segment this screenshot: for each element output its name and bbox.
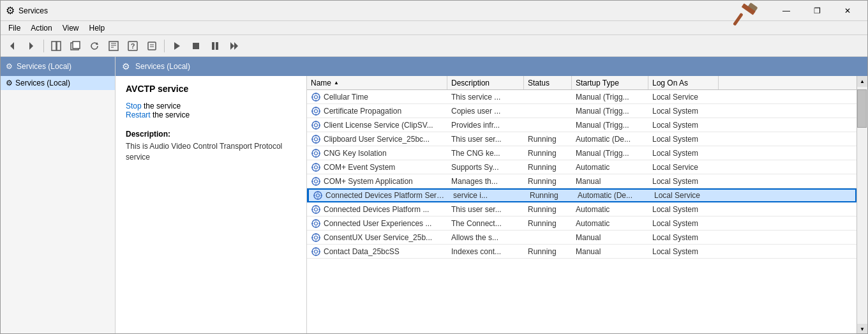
col-header-logon[interactable]: Log On As xyxy=(648,76,719,89)
service-icon xyxy=(311,134,321,144)
cell-logon: Local System xyxy=(648,118,719,132)
menu-view[interactable]: View xyxy=(57,22,84,34)
col-header-startup[interactable]: Startup Type xyxy=(572,76,648,89)
svg-marker-24 xyxy=(234,42,238,50)
services-local-icon: ⚙ xyxy=(6,62,13,71)
cell-logon: Local Service xyxy=(648,90,719,103)
table-row[interactable]: Connected Devices Platform ... This user… xyxy=(307,202,857,216)
service-gear-icon xyxy=(311,148,321,158)
stop-icon xyxy=(191,41,201,51)
cell-logon: Local System xyxy=(648,245,719,258)
left-panel: ⚙ Services (Local) ⚙ Services (Local) xyxy=(1,57,116,334)
toolbar-separator-1 xyxy=(43,40,44,52)
table-row[interactable]: CNG Key Isolation The CNG ke... Running … xyxy=(307,146,857,160)
restore-button[interactable]: ❐ xyxy=(802,1,832,21)
pause-icon xyxy=(210,41,220,51)
cell-logon: Local Service xyxy=(648,160,719,174)
cell-logon: Local System xyxy=(648,174,719,188)
restart-suffix: the service xyxy=(153,110,190,119)
play-button[interactable] xyxy=(168,38,186,54)
services-table: Name ▲ Description Status Startup Type xyxy=(307,76,857,334)
table-row[interactable]: Certificate Propagation Copies user ... … xyxy=(307,104,857,118)
service-icon xyxy=(311,106,321,116)
cell-status: Running xyxy=(526,190,574,201)
table-row[interactable]: Clipboard User Service_25bc... This user… xyxy=(307,132,857,146)
export-button[interactable] xyxy=(105,38,123,54)
col-header-name[interactable]: Name ▲ xyxy=(307,76,447,89)
col-header-description[interactable]: Description xyxy=(447,76,524,89)
table-row[interactable]: Connected Devices Platform Service servi… xyxy=(307,188,857,202)
table-row[interactable]: COM+ System Application Manages th... Ru… xyxy=(307,174,857,188)
help-icon: ? xyxy=(128,41,138,51)
stop-button[interactable] xyxy=(187,38,205,54)
service-icon xyxy=(311,120,321,130)
cell-status: Running xyxy=(524,146,572,160)
export-icon xyxy=(108,41,119,51)
scrollbar-track[interactable] xyxy=(857,87,867,324)
properties-button[interactable] xyxy=(143,38,161,54)
right-content: ⚙ Services (Local) AVCTP service Stop th… xyxy=(116,57,867,334)
cell-logon: Local System xyxy=(648,104,719,118)
table-row[interactable]: Contact Data_25bcSS Indexes cont... Runn… xyxy=(307,245,857,259)
console-tree-icon xyxy=(51,41,61,51)
cell-logon: Local Service xyxy=(650,190,721,201)
help-button[interactable]: ? xyxy=(124,38,142,54)
table-row[interactable]: Cellular Time This service ... Manual (T… xyxy=(307,90,857,104)
new-window-button[interactable] xyxy=(66,38,84,54)
scroll-up-arrow[interactable]: ▲ xyxy=(857,76,867,87)
sidebar-item-services-local[interactable]: ⚙ Services (Local) xyxy=(1,76,115,90)
svg-text:?: ? xyxy=(131,42,135,50)
cell-startup: Manual (Trigg... xyxy=(572,90,648,103)
svg-rect-22 xyxy=(216,42,218,50)
back-button[interactable] xyxy=(3,38,21,54)
menu-help[interactable]: Help xyxy=(84,22,110,34)
menu-file[interactable]: File xyxy=(3,22,26,34)
split-view: AVCTP service Stop the service Restart t… xyxy=(116,76,867,334)
description-label: Description: xyxy=(126,130,296,139)
cell-logon: Local System xyxy=(648,202,719,216)
svg-rect-20 xyxy=(193,43,199,49)
cell-status: Running xyxy=(524,216,572,230)
svg-point-62 xyxy=(315,179,318,183)
service-gear-icon xyxy=(311,232,321,243)
pause-button[interactable] xyxy=(206,38,224,54)
close-button[interactable]: ✕ xyxy=(833,1,862,21)
service-icon xyxy=(313,190,323,201)
restart-service-link[interactable]: Restart xyxy=(126,110,151,119)
refresh-icon xyxy=(89,41,100,51)
resume-button[interactable] xyxy=(225,38,243,54)
description-text: This is Audio Video Control Transport Pr… xyxy=(126,141,296,163)
cell-description: service i... xyxy=(449,190,526,201)
table-row[interactable]: Client License Service (ClipSV... Provid… xyxy=(307,118,857,132)
table-row[interactable]: ConsentUX User Service_25b... Allows the… xyxy=(307,231,857,245)
console-tree-button[interactable] xyxy=(47,38,65,54)
cell-description: The CNG ke... xyxy=(447,146,524,160)
col-header-status[interactable]: Status xyxy=(524,76,572,89)
stop-suffix: the service xyxy=(144,102,181,110)
scrollbar-thumb[interactable] xyxy=(857,89,867,128)
stop-service-link[interactable]: Stop xyxy=(126,102,142,110)
table-row[interactable]: Connected User Experiences ... The Conne… xyxy=(307,216,857,231)
window-controls: — ❐ ✕ xyxy=(772,1,862,21)
refresh-button[interactable] xyxy=(86,38,103,54)
properties-icon xyxy=(147,41,157,51)
cell-name: Contact Data_25bcSS xyxy=(307,245,447,258)
cell-name: Cellular Time xyxy=(307,90,447,103)
service-gear-icon xyxy=(311,218,321,229)
app-icon: ⚙ xyxy=(6,4,15,17)
cell-startup: Automatic xyxy=(572,202,648,216)
table-rows-container: Cellular Time This service ... Manual (T… xyxy=(307,90,857,259)
table-row[interactable]: COM+ Event System Supports Sy... Running… xyxy=(307,160,857,174)
svg-point-26 xyxy=(315,95,318,98)
svg-rect-16 xyxy=(148,42,156,50)
svg-rect-10 xyxy=(109,42,118,50)
service-icon xyxy=(311,176,321,186)
service-icon xyxy=(311,162,321,172)
cell-status: Running xyxy=(524,202,572,216)
minimize-button[interactable]: — xyxy=(772,1,801,21)
cell-status: Running xyxy=(524,160,572,174)
cell-description: The Connect... xyxy=(447,216,524,230)
menu-action[interactable]: Action xyxy=(26,22,57,34)
forward-button[interactable] xyxy=(22,38,40,54)
scroll-down-arrow[interactable]: ▼ xyxy=(857,324,867,334)
